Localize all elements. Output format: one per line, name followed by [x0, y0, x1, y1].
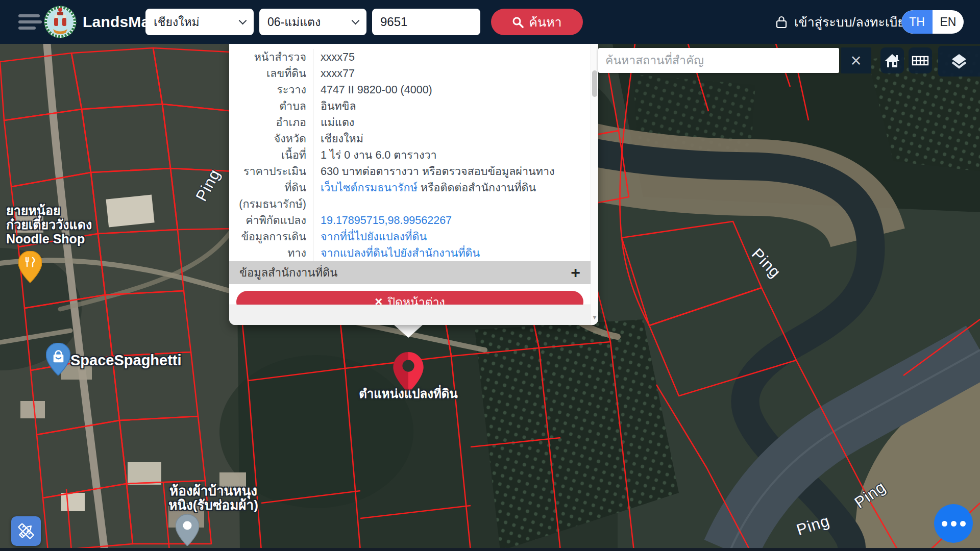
expand-icon[interactable]: +: [571, 261, 580, 284]
language-toggle: TH EN: [901, 10, 964, 34]
clear-search-button[interactable]: ×: [841, 47, 871, 73]
layers-icon: [948, 50, 970, 72]
ellipsis-icon: [942, 521, 947, 527]
field-row: เนื้อที่1 ไร่ 0 งาน 6.0 ตารางวา: [229, 147, 591, 163]
poi-label-noodle-shop: ยายหน้อย ก๋วยเตี๋ยววังแดง Noodle Shop: [6, 203, 92, 246]
popup-scrollbar[interactable]: ▼: [591, 44, 598, 325]
parcel-marker-label: ตำแหน่งแปลงที่ดิน: [357, 384, 459, 404]
field-row-coords: ค่าพิกัดแปลง 19.17895715,98.99562267: [229, 212, 591, 229]
treasury-website-link[interactable]: เว็บไซต์กรมธนารักษ์: [321, 182, 418, 194]
parcel-info-popup: หน้าสำรวจxxxx75 เลขที่ดินxxxx77 ระวาง474…: [229, 44, 598, 325]
top-navbar: LandsMaps เชียงใหม่ 06-แม่แตง ค้นหา เข้า…: [0, 0, 980, 44]
measure-tool-button[interactable]: [11, 516, 41, 546]
coordinates-link[interactable]: 19.17895715,98.99562267: [321, 214, 452, 227]
restaurant-pin[interactable]: [18, 251, 42, 283]
lang-th-button[interactable]: TH: [901, 10, 933, 34]
field-row: ระวาง4747 II 9820-00 (4000): [229, 82, 591, 98]
province-select[interactable]: เชียงใหม่: [145, 9, 254, 35]
login-link[interactable]: เข้าสู่ระบบ/ลงทะเบียน: [775, 0, 914, 44]
poi-label-spacespaghetti: SpaceSpaghetti: [70, 352, 182, 369]
parcel-number-input[interactable]: [372, 9, 480, 35]
field-row: อำเภอแม่แตง: [229, 114, 591, 131]
land-office-section-header[interactable]: ข้อมูลสำนักงานที่ดิน +: [229, 261, 591, 284]
chevron-down-icon: [239, 16, 247, 24]
field-row-travel: ข้อมูลการเดินทาง จากที่นี่ไปยังแปลงที่ดิ…: [229, 229, 591, 261]
measure-icon: [15, 520, 37, 542]
home-button[interactable]: [880, 47, 904, 73]
field-row: เลขที่ดินxxxx77: [229, 65, 591, 82]
menu-icon[interactable]: [18, 14, 40, 30]
scroll-down-arrow[interactable]: ▼: [592, 314, 598, 321]
layers-button[interactable]: [938, 46, 980, 77]
more-options-button[interactable]: [934, 504, 973, 543]
popup-tail: [394, 324, 423, 338]
bottom-attribution-strip: [0, 548, 980, 551]
home-icon: [883, 52, 901, 70]
directions-to-office-link[interactable]: จากแปลงที่ดินไปยังสำนักงานที่ดิน: [321, 247, 480, 259]
lang-en-button[interactable]: EN: [933, 10, 964, 34]
grid-icon: [910, 51, 930, 71]
field-row-price: ราคาประเมินที่ดิน(กรมธนารักษ์) 630 บาทต่…: [229, 163, 591, 212]
laundry-pin[interactable]: [176, 514, 199, 546]
grid-button[interactable]: [909, 47, 932, 73]
field-row: จังหวัดเชียงใหม่: [229, 131, 591, 147]
search-button[interactable]: ค้นหา: [491, 9, 583, 35]
poi-label-laundry: ห้องผ้าบ้านหนุง หนิง(รับซ่อมผ้า): [162, 484, 264, 512]
chevron-down-icon: [352, 16, 360, 24]
directions-to-parcel-link[interactable]: จากที่นี่ไปยังแปลงที่ดิน: [321, 231, 427, 243]
place-search-input[interactable]: [598, 48, 839, 73]
popup-footer: [229, 305, 598, 325]
field-row: ตำบลอินทขิล: [229, 98, 591, 114]
lock-icon: [775, 15, 788, 29]
store-pin[interactable]: [46, 343, 70, 375]
scrollbar-thumb[interactable]: [592, 70, 597, 97]
district-select[interactable]: 06-แม่แตง: [259, 9, 366, 35]
department-of-lands-logo: [44, 6, 77, 38]
field-row: หน้าสำรวจxxxx75: [229, 49, 591, 65]
search-icon: [512, 16, 524, 28]
